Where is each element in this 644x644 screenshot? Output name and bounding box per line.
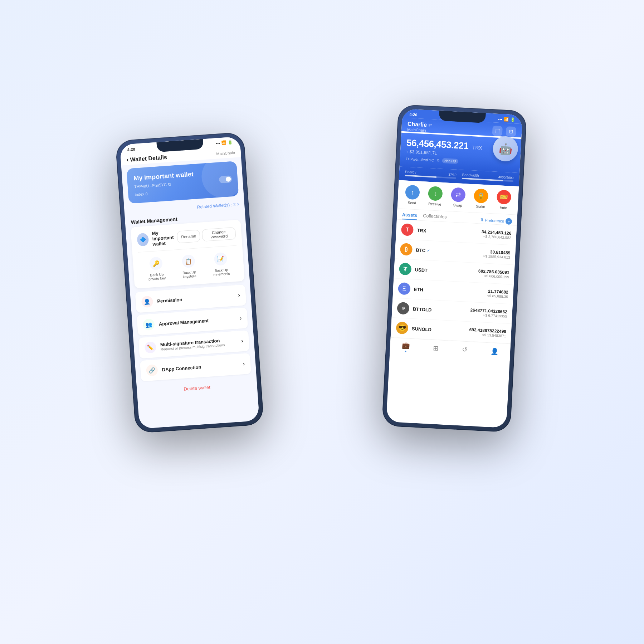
preference-label: Preference	[485, 218, 504, 223]
receive-icon-header[interactable]: ⬚	[492, 126, 503, 136]
battery-icon: 🔋	[228, 140, 233, 145]
wallet-toggle[interactable]	[219, 175, 232, 183]
phone-right: 4:20 ▪▪▪ 📶 🔋 Charlie ⇄ MainChain	[382, 104, 527, 433]
wifi-right: 📶	[504, 117, 509, 122]
btc-icon: ₿	[400, 243, 413, 256]
balance-amount: 56,456,453.221	[406, 137, 469, 151]
left-screen: 4:20 ▪▪▪ 📶 🔋 ‹ Wallet Details MainChain …	[120, 136, 260, 429]
action-stake[interactable]: 🔒 Stake	[473, 189, 489, 209]
battery-right: 🔋	[510, 117, 516, 122]
keystore-icon: 📋	[182, 254, 195, 268]
usdt-icon: ₮	[399, 263, 412, 275]
nav-history[interactable]: ↺	[462, 346, 467, 354]
balance-currency: TRX	[472, 145, 483, 151]
usdt-amounts: 602,786.035091 ≈$ 606,000.199	[478, 268, 509, 279]
swap-icon: ⇄	[451, 187, 466, 202]
send-icon: ↑	[405, 185, 420, 200]
tab-assets[interactable]: Assets	[402, 212, 418, 220]
chevron-right-icon-4: ›	[243, 361, 245, 367]
stake-icon: 🔒	[474, 189, 489, 204]
nav-collectibles[interactable]: ⊞	[433, 344, 439, 352]
rename-button[interactable]: Rename	[177, 229, 200, 243]
collectibles-nav-icon: ⊞	[433, 344, 439, 352]
wallet-card: My important wallet THPvaU...Fhn5YC ⧉ In…	[126, 161, 239, 204]
chevron-right-icon-2: ›	[239, 315, 242, 321]
right-screen: 4:20 ▪▪▪ 📶 🔋 Charlie ⇄ MainChain	[386, 109, 522, 428]
wallet-avatar: 🔷	[137, 233, 149, 246]
copy-icon-right[interactable]: ⧉	[437, 158, 440, 162]
permission-icon: 👤	[141, 296, 153, 308]
chevron-right-icon: ›	[238, 292, 240, 298]
eth-amounts: 21.174682 ≈$ 85,885.35	[487, 288, 509, 298]
sun-name: SUNOLD	[412, 326, 469, 334]
vote-icon: 🎫	[497, 190, 512, 205]
energy-item: Energy 37/60	[405, 170, 457, 179]
sort-icon: ⇅	[480, 218, 484, 222]
profile-nav-icon: 👤	[491, 347, 499, 356]
trx-icon: T	[401, 223, 414, 236]
sun-amounts: 692.418878222498 ≈$ 13.5483871	[469, 327, 507, 338]
action-vote[interactable]: 🎫 Vote	[496, 190, 512, 210]
mgmt-wallet-row: 🔷 My important wallet Rename Change Pass…	[137, 225, 236, 253]
key-icon: 🔑	[149, 257, 163, 270]
signal-icon: ▪▪▪	[216, 141, 220, 146]
backup-row: 🔑 Back Upprivate key 📋 Back Upkeystore 📝…	[138, 250, 239, 283]
eth-usd: ≈$ 85,885.35	[487, 293, 508, 298]
chevron-right-icon-3: ›	[241, 338, 244, 344]
mgmt-buttons: Rename Change Password	[177, 227, 236, 243]
balance-section: 👁 ↗ 56,456,453.221 TRX ≈ $3,951,951.71 T…	[400, 133, 522, 173]
non-hd-badge: Non-HD	[442, 158, 458, 164]
mnemonic-icon: 📝	[214, 252, 227, 266]
btt-icon: ⊛	[397, 302, 410, 315]
history-nav-icon: ↺	[462, 346, 467, 354]
assets-nav-icon: 💼	[402, 341, 410, 350]
eth-name: ETH	[414, 287, 487, 296]
back-chevron-icon: ‹	[126, 156, 129, 164]
sun-icon: 😎	[396, 322, 409, 335]
bandwidth-label: Bandwidth	[462, 173, 479, 177]
active-dot	[405, 351, 406, 352]
time-right: 4:20	[409, 112, 418, 117]
back-button[interactable]: ‹ Wallet Details	[126, 153, 167, 164]
action-send[interactable]: ↑ Send	[405, 185, 420, 205]
dapp-icon: 🔗	[146, 364, 158, 376]
trx-amounts: 34,234,453.126 ≈$ 2,760,842.982	[481, 229, 512, 239]
backup-keystore[interactable]: 📋 Back Upkeystore	[181, 254, 196, 279]
backup-mnemonic[interactable]: 📝 Back Upmnemonic	[212, 252, 230, 277]
page-title: Wallet Details	[130, 154, 167, 163]
btc-amounts: 30.810455 ≈$ 1555,934.813	[483, 249, 511, 259]
bandwidth-item: Bandwidth 4000/5000	[462, 173, 514, 182]
tab-preference[interactable]: ⇅ Preference +	[480, 216, 512, 225]
trx-name: TRX	[417, 228, 482, 236]
scan-icon-header[interactable]: ⊡	[506, 126, 516, 137]
approval-icon: 👥	[143, 318, 155, 331]
chain-name: MainChain	[407, 127, 432, 133]
backup-private-key[interactable]: 🔑 Back Upprivate key	[147, 257, 166, 281]
signal-right: ▪▪▪	[498, 117, 502, 121]
approval-label: Approval Management	[158, 316, 235, 327]
status-icons-right: ▪▪▪ 📶 🔋	[498, 117, 515, 122]
usdt-name: USDT	[415, 267, 478, 275]
wifi-icon: 📶	[221, 140, 227, 145]
btc-name: BTC ✓	[416, 247, 484, 256]
swap-arrows-icon[interactable]: ⇄	[428, 123, 432, 128]
permission-label: Permission	[157, 293, 234, 304]
copy-icon[interactable]: ⧉	[168, 182, 171, 187]
nav-profile[interactable]: 👤	[491, 347, 499, 356]
btt-amounts: 2648771.04328662 ≈$ 6.77419355	[470, 307, 508, 318]
energy-value: 37/60	[448, 173, 457, 177]
wallet-address: THPwer...5wtFYC	[406, 157, 434, 162]
change-password-button[interactable]: Change Password	[202, 227, 236, 241]
action-receive[interactable]: ↓ Receive	[428, 186, 443, 206]
receive-icon: ↓	[428, 186, 443, 201]
dapp-label: DApp Connection	[162, 362, 239, 372]
action-swap[interactable]: ⇄ Swap	[450, 187, 466, 208]
header-chain: MainChain	[216, 150, 235, 156]
nav-assets[interactable]: 💼	[401, 341, 410, 352]
status-icons-left: ▪▪▪ 📶 🔋	[216, 140, 233, 146]
tab-collectibles[interactable]: Collectibles	[423, 213, 447, 221]
wallet-card-name: My important wallet	[133, 168, 231, 182]
energy-label: Energy	[405, 170, 416, 174]
eth-icon: Ξ	[398, 282, 411, 295]
add-asset-button[interactable]: +	[506, 218, 512, 225]
